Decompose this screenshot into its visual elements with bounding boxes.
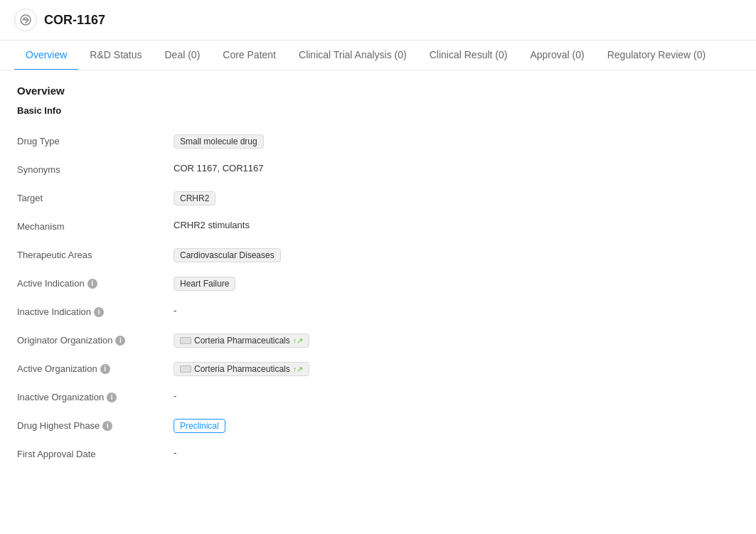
tag-target: CRHR2 bbox=[174, 191, 215, 205]
main-content: Overview Basic Info Drug TypeSmall molec… bbox=[0, 70, 756, 483]
tag-blue-drug-highest-phase: Preclinical bbox=[174, 419, 225, 433]
org-tag-originator-org[interactable]: Corteria Pharmaceuticals↑↗ bbox=[174, 333, 309, 348]
field-value-first-approval-date: - bbox=[174, 447, 739, 458]
field-value-originator-org: Corteria Pharmaceuticals↑↗ bbox=[174, 333, 739, 348]
field-label-target: Target bbox=[17, 191, 174, 203]
tab-regulatory-review[interactable]: Regulatory Review (0) bbox=[596, 41, 718, 70]
info-icon-originator-org[interactable]: i bbox=[115, 336, 125, 346]
field-row-originator-org: Originator OrganizationiCorteria Pharmac… bbox=[17, 326, 739, 355]
field-value-drug-type: Small molecule drug bbox=[174, 134, 739, 149]
subsection-basic-info-title: Basic Info bbox=[17, 105, 739, 116]
field-row-mechanism: MechanismCRHR2 stimulants bbox=[17, 213, 739, 241]
info-icon-drug-highest-phase[interactable]: i bbox=[102, 421, 112, 431]
field-label-synonyms: Synonyms bbox=[17, 163, 174, 175]
tab-rd-status[interactable]: R&D Status bbox=[78, 41, 153, 70]
field-row-active-org: Active OrganizationiCorteria Pharmaceuti… bbox=[17, 355, 739, 383]
field-label-therapeutic-areas: Therapeutic Areas bbox=[17, 248, 174, 260]
info-icon-active-org[interactable]: i bbox=[100, 364, 110, 374]
tag-active-indication: Heart Failure bbox=[174, 277, 235, 291]
org-name-active-org: Corteria Pharmaceuticals bbox=[194, 364, 290, 374]
tab-clinical-trial[interactable]: Clinical Trial Analysis (0) bbox=[287, 41, 418, 70]
svg-point-1 bbox=[23, 18, 26, 20]
field-value-inactive-indication: - bbox=[174, 305, 739, 316]
field-row-drug-highest-phase: Drug Highest PhaseiPreclinical bbox=[17, 412, 739, 440]
field-label-drug-highest-phase: Drug Highest Phasei bbox=[17, 419, 174, 431]
field-value-target: CRHR2 bbox=[174, 191, 739, 205]
field-label-inactive-org: Inactive Organizationi bbox=[17, 390, 174, 402]
tab-nav: OverviewR&D StatusDeal (0)Core PatentCli… bbox=[0, 41, 756, 70]
page-title: COR-1167 bbox=[44, 13, 105, 28]
info-icon-inactive-org[interactable]: i bbox=[107, 393, 117, 402]
tab-overview[interactable]: Overview bbox=[14, 41, 78, 70]
fields-container: Drug TypeSmall molecule drugSynonymsCOR … bbox=[17, 127, 739, 469]
org-logo-icon bbox=[180, 365, 191, 373]
info-icon-active-indication[interactable]: i bbox=[87, 279, 97, 289]
field-row-target: TargetCRHR2 bbox=[17, 184, 739, 213]
field-label-first-approval-date: First Approval Date bbox=[17, 447, 174, 459]
external-link-icon: ↑↗ bbox=[293, 365, 304, 374]
external-link-icon: ↑↗ bbox=[293, 336, 304, 346]
tab-approval[interactable]: Approval (0) bbox=[518, 41, 595, 70]
field-value-active-indication: Heart Failure bbox=[174, 277, 739, 291]
field-label-active-org: Active Organizationi bbox=[17, 362, 174, 374]
field-value-inactive-org: - bbox=[174, 390, 739, 401]
field-row-first-approval-date: First Approval Date- bbox=[17, 440, 739, 469]
page-header: COR-1167 bbox=[0, 0, 756, 41]
dash-first-approval-date: - bbox=[174, 447, 176, 458]
tag-therapeutic-areas: Cardiovascular Diseases bbox=[174, 248, 281, 262]
field-row-active-indication: Active IndicationiHeart Failure bbox=[17, 269, 739, 298]
field-value-drug-highest-phase: Preclinical bbox=[174, 419, 739, 433]
field-row-inactive-indication: Inactive Indicationi- bbox=[17, 298, 739, 326]
field-value-synonyms: COR 1167, COR1167 bbox=[174, 163, 739, 173]
tab-deal[interactable]: Deal (0) bbox=[154, 41, 212, 70]
dash-inactive-indication: - bbox=[174, 305, 176, 316]
org-tag-active-org[interactable]: Corteria Pharmaceuticals↑↗ bbox=[174, 362, 309, 376]
field-row-inactive-org: Inactive Organizationi- bbox=[17, 383, 739, 412]
field-value-therapeutic-areas: Cardiovascular Diseases bbox=[174, 248, 739, 262]
field-label-mechanism: Mechanism bbox=[17, 220, 174, 232]
field-value-mechanism: CRHR2 stimulants bbox=[174, 220, 739, 230]
drug-icon bbox=[14, 9, 37, 31]
field-value-active-org: Corteria Pharmaceuticals↑↗ bbox=[174, 362, 739, 376]
tab-core-patent[interactable]: Core Patent bbox=[211, 41, 287, 70]
field-label-active-indication: Active Indicationi bbox=[17, 277, 174, 289]
field-row-synonyms: SynonymsCOR 1167, COR1167 bbox=[17, 156, 739, 184]
dash-inactive-org: - bbox=[174, 390, 176, 401]
field-label-originator-org: Originator Organizationi bbox=[17, 333, 174, 346]
org-name-originator-org: Corteria Pharmaceuticals bbox=[194, 336, 290, 346]
field-row-therapeutic-areas: Therapeutic AreasCardiovascular Diseases bbox=[17, 241, 739, 269]
field-row-drug-type: Drug TypeSmall molecule drug bbox=[17, 127, 739, 156]
field-label-drug-type: Drug Type bbox=[17, 134, 174, 146]
section-overview-title: Overview bbox=[17, 85, 739, 97]
info-icon-inactive-indication[interactable]: i bbox=[94, 307, 104, 317]
tag-drug-type: Small molecule drug bbox=[174, 134, 264, 149]
tab-clinical-result[interactable]: Clinical Result (0) bbox=[418, 41, 519, 70]
field-label-inactive-indication: Inactive Indicationi bbox=[17, 305, 174, 317]
org-logo-icon bbox=[180, 337, 191, 344]
